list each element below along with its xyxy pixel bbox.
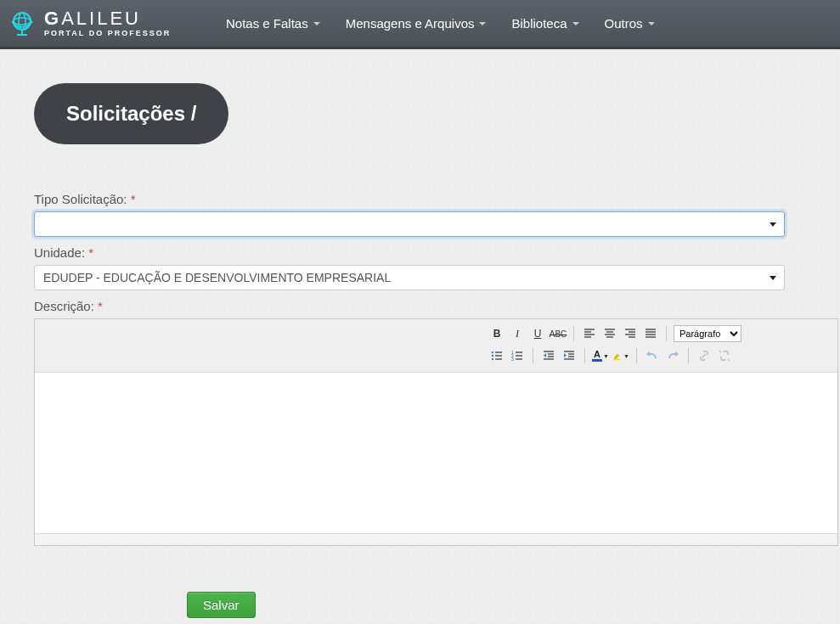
align-right-button[interactable]	[622, 325, 639, 342]
highlight-color-button[interactable]: ▼	[612, 347, 629, 364]
toolbar-separator	[666, 326, 667, 341]
highlight-icon	[612, 350, 623, 362]
nav-mensagens-e-arquivos[interactable]: Mensagens e Arquivos	[346, 16, 487, 31]
toolbar-separator	[533, 348, 533, 363]
toolbar-separator	[688, 348, 689, 363]
nav-items: Notas e Faltas Mensagens e Arquivos Bibl…	[226, 16, 655, 31]
required-mark: *	[88, 245, 93, 260]
bold-button[interactable]: B	[488, 325, 505, 342]
insert-link-button[interactable]	[696, 347, 713, 364]
unlink-icon	[718, 349, 731, 363]
unidade-select-wrap: EDUDEP - EDUCAÇÃO E DESENVOLVIMENTO EMPR…	[34, 265, 785, 290]
paragraph-format-select[interactable]: Parágrafo	[674, 325, 741, 342]
solicitacao-form: Tipo Solicitação: * Unidade: * EDUDEP - …	[34, 192, 840, 618]
editor-toolbar: B I U ABC	[35, 319, 837, 372]
toolbar-separator	[584, 348, 585, 363]
unidade-select[interactable]: EDUDEP - EDUCAÇÃO E DESENVOLVIMENTO EMPR…	[34, 265, 785, 290]
editor-content-area[interactable]	[35, 372, 837, 533]
brand-name: GGALILEUALILEU	[44, 9, 171, 28]
nav-item-label: Notas e Faltas	[226, 16, 308, 31]
nav-biblioteca[interactable]: Biblioteca	[511, 16, 578, 31]
svg-point-7	[492, 358, 493, 360]
globe-logo-icon	[5, 7, 39, 41]
svg-point-1	[14, 18, 31, 25]
italic-button[interactable]: I	[509, 325, 526, 342]
svg-point-5	[492, 351, 493, 353]
align-left-icon	[583, 327, 596, 340]
undo-icon	[646, 349, 659, 363]
redo-button[interactable]	[664, 347, 681, 364]
editor-resize-handle[interactable]	[35, 533, 837, 545]
align-center-icon	[603, 327, 617, 340]
brand[interactable]: GGALILEUALILEU PORTAL DO PROFESSOR	[5, 7, 200, 41]
nav-notas-e-faltas[interactable]: Notas e Faltas	[226, 16, 320, 31]
toolbar-row-1: B I U ABC	[488, 324, 831, 343]
link-icon	[697, 349, 711, 363]
top-navbar: GGALILEUALILEU PORTAL DO PROFESSOR Notas…	[0, 0, 840, 49]
align-justify-icon	[644, 327, 657, 340]
svg-text:3: 3	[511, 357, 514, 362]
align-right-icon	[623, 327, 637, 340]
strikethrough-button[interactable]: ABC	[550, 325, 567, 342]
nav-item-label: Mensagens e Arquivos	[346, 16, 475, 31]
save-button[interactable]: Salvar	[187, 592, 256, 618]
page-body: Solicitações / Tipo Solicitação: * Unida…	[0, 49, 840, 624]
text-color-button[interactable]: A ▼	[592, 347, 609, 364]
chevron-down-icon	[648, 22, 655, 25]
indent-icon	[562, 349, 576, 363]
chevron-down-icon	[572, 22, 579, 25]
remove-link-button[interactable]	[716, 347, 733, 364]
chevron-down-icon	[313, 22, 320, 25]
chevron-down-icon	[479, 22, 486, 25]
nav-item-label: Biblioteca	[511, 16, 567, 31]
tipo-solicitacao-select[interactable]	[34, 211, 785, 237]
page-title-pill: Solicitações /	[34, 83, 228, 144]
align-justify-button[interactable]	[642, 325, 659, 342]
toolbar-separator	[573, 326, 574, 341]
outdent-button[interactable]	[540, 347, 557, 364]
svg-rect-4	[21, 31, 23, 35]
bullet-list-button[interactable]	[488, 347, 505, 364]
tipo-solicitacao-label: Tipo Solicitação: *	[34, 192, 840, 206]
nav-outros[interactable]: Outros	[605, 16, 655, 31]
rich-text-editor: B I U ABC	[34, 318, 838, 546]
toolbar-row-2: 123 A ▼	[488, 346, 831, 365]
numbered-list-icon: 123	[510, 349, 524, 363]
undo-button[interactable]	[644, 347, 661, 364]
nav-item-label: Outros	[605, 16, 643, 31]
brand-subtitle: PORTAL DO PROFESSOR	[44, 30, 171, 37]
align-center-button[interactable]	[601, 325, 618, 342]
descricao-label: Descrição: *	[34, 299, 840, 313]
required-mark: *	[98, 299, 103, 313]
underline-button[interactable]: U	[529, 325, 546, 342]
unidade-label: Unidade: *	[34, 245, 840, 260]
required-mark: *	[131, 192, 136, 206]
indent-button[interactable]	[561, 347, 578, 364]
numbered-list-button[interactable]: 123	[509, 347, 526, 364]
outdent-icon	[542, 349, 555, 363]
svg-rect-11	[614, 359, 621, 361]
tipo-solicitacao-select-wrap	[34, 211, 785, 237]
bullet-list-icon	[490, 349, 504, 363]
align-left-button[interactable]	[581, 325, 598, 342]
svg-point-6	[492, 355, 493, 357]
redo-icon	[666, 349, 679, 363]
page-title: Solicitações /	[66, 102, 196, 125]
toolbar-separator	[636, 348, 637, 363]
